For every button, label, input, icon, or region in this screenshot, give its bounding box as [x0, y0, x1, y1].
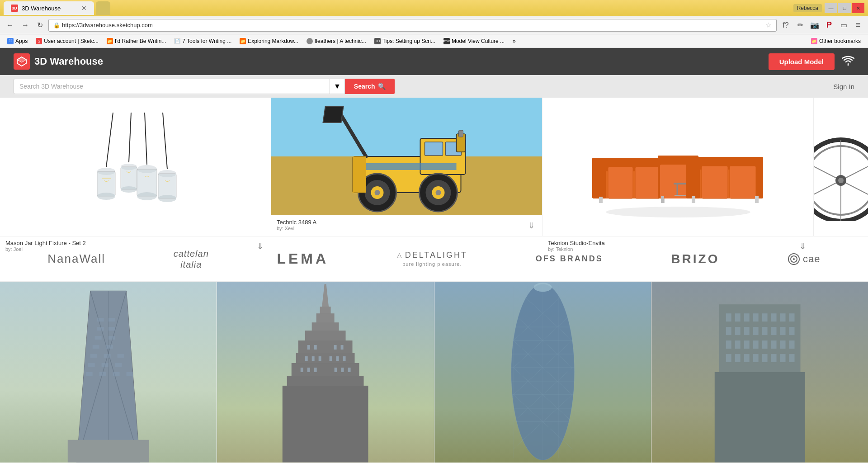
product-item-technic[interactable]: Technic 3489 A by: Xevi ⇓	[271, 98, 542, 236]
bookmark-7-tools-label: 7 Tools for Writing ...	[182, 38, 231, 44]
product-grid: Mason Jar Light Fixture - Set 2 by: Joel…	[0, 98, 868, 236]
product-image-mason-jar	[0, 98, 271, 236]
svg-point-39	[606, 207, 750, 217]
pinterest-icon[interactable]: P	[823, 19, 835, 32]
bookmark-other[interactable]: 📁 Other bookmarks	[807, 37, 864, 45]
camera-icon[interactable]: 📷	[808, 19, 821, 32]
download-button-teknion[interactable]: ⇓	[797, 240, 808, 253]
product-item-teknion[interactable]: Teknion Studio-Envita by: Teknion ⇓	[542, 98, 814, 236]
bookmark-ffeathers[interactable]: ffeathers | A technic...	[303, 37, 370, 45]
svg-rect-95	[104, 354, 111, 358]
svg-line-4	[145, 113, 147, 165]
svg-rect-125	[343, 356, 346, 361]
svg-rect-191	[771, 354, 776, 362]
svg-rect-161	[715, 372, 805, 463]
svg-rect-131	[348, 368, 351, 372]
brand-deltalight[interactable]: △ DELTALIGHT pure lighting pleasure.	[397, 250, 467, 268]
svg-rect-190	[762, 354, 767, 362]
exploring-favicon: 📁	[240, 38, 246, 44]
svg-rect-101	[99, 372, 106, 376]
download-button-mason-jar[interactable]: ⇓	[255, 240, 265, 253]
brand-lema[interactable]: LEMA	[277, 250, 329, 267]
inactive-tab[interactable]	[96, 1, 110, 15]
svg-point-8	[97, 193, 115, 200]
svg-rect-98	[102, 363, 108, 367]
maximize-button[interactable]: □	[838, 3, 851, 13]
svg-rect-164	[744, 313, 749, 321]
font-icon[interactable]: f?	[779, 19, 792, 32]
bookmark-mvc[interactable]: mvc Model View Culture ...	[440, 37, 508, 45]
product-author-teknion: by: Teknion	[548, 246, 605, 252]
svg-point-36	[436, 190, 441, 195]
svg-rect-162	[726, 313, 731, 321]
minimize-button[interactable]: —	[825, 3, 837, 13]
bookmark-tips[interactable]: TH Tips: Setting up Scri...	[371, 37, 439, 45]
close-button[interactable]: ✕	[852, 3, 864, 13]
building-item-4[interactable]	[651, 282, 868, 463]
active-tab[interactable]: 3D 3D Warehouse ✕	[4, 1, 94, 15]
site-logo[interactable]: 3D Warehouse	[14, 53, 103, 70]
bookmark-apps-label: Apps	[15, 38, 28, 44]
building-item-3[interactable]	[434, 282, 651, 463]
svg-rect-168	[780, 313, 785, 321]
svg-rect-173	[753, 327, 758, 335]
svg-rect-122	[319, 356, 321, 361]
url-bar[interactable]: 🔒 https://3dwarehouse.sketchup.com ☆	[48, 19, 777, 32]
upload-model-button[interactable]: Upload Model	[769, 53, 835, 70]
svg-rect-177	[789, 327, 794, 335]
bookmark-more[interactable]: »	[509, 37, 519, 45]
site-logo-text: 3D Warehouse	[34, 56, 103, 67]
reload-button[interactable]: ↻	[34, 20, 46, 30]
back-button[interactable]: ←	[4, 20, 16, 30]
building-item-1[interactable]	[0, 282, 217, 463]
svg-rect-64	[730, 166, 756, 198]
id-rather-favicon: 📁	[107, 38, 113, 44]
product-item-bike[interactable]: 1898 De by: ram076 ⇓	[814, 98, 868, 236]
svg-rect-114	[287, 376, 364, 387]
download-button-technic[interactable]: ⇓	[526, 219, 537, 232]
wifi-icon	[842, 56, 854, 68]
search-icon: 🔍	[378, 83, 386, 90]
bookmark-mvc-label: Model View Culture ...	[452, 38, 505, 44]
search-button[interactable]: Search 🔍	[345, 79, 395, 94]
other-favicon: 📁	[811, 38, 817, 44]
svg-rect-178	[726, 340, 731, 349]
user-label: Rebecca	[793, 4, 822, 12]
svg-rect-92	[93, 345, 99, 349]
tab-favicon: 3D	[11, 5, 18, 12]
svg-rect-121	[312, 356, 315, 361]
building-item-2[interactable]	[217, 282, 434, 463]
search-button-label: Search	[354, 83, 375, 90]
svg-marker-1	[17, 57, 26, 62]
building-bg-1	[0, 282, 217, 463]
svg-rect-90	[95, 336, 102, 340]
bookmark-7-tools[interactable]: 📄 7 Tools for Writing ...	[170, 37, 235, 45]
product-info-teknion: Teknion Studio-Envita by: Teknion ⇓	[542, 236, 813, 257]
search-dropdown[interactable]: ▼	[330, 79, 345, 94]
product-item-mason-jar[interactable]: Mason Jar Light Fixture - Set 2 by: Joel…	[0, 98, 271, 236]
svg-rect-46	[599, 197, 603, 203]
bookmark-exploring[interactable]: 📁 Exploring Markdow...	[236, 37, 302, 45]
sign-in-link[interactable]: Sign In	[833, 83, 854, 90]
eyedropper-icon[interactable]: ✏	[794, 19, 807, 32]
tab-close-button[interactable]: ✕	[81, 5, 87, 12]
svg-rect-123	[330, 356, 332, 361]
forward-button[interactable]: →	[19, 20, 32, 30]
ffeathers-favicon	[307, 38, 313, 44]
menu-icon[interactable]: ≡	[852, 19, 864, 32]
svg-rect-187	[735, 354, 740, 362]
svg-point-18	[158, 195, 176, 202]
svg-rect-115	[283, 386, 368, 463]
screen-icon[interactable]: ▭	[837, 19, 850, 32]
bookmark-user-account[interactable]: S User account | Sketc...	[32, 37, 102, 45]
svg-rect-169	[789, 313, 794, 321]
svg-rect-171	[735, 327, 740, 335]
svg-rect-188	[744, 354, 749, 362]
svg-rect-116	[307, 345, 310, 350]
svg-rect-119	[341, 345, 344, 350]
svg-rect-93	[106, 345, 113, 349]
bookmark-id-rather[interactable]: 📁 I'd Rather Be Writin...	[103, 37, 170, 45]
bookmark-apps[interactable]: ⠿ Apps	[4, 37, 31, 45]
product-title-mason-jar: Mason Jar Light Fixture - Set 2	[5, 240, 86, 246]
product-image-teknion	[542, 98, 813, 236]
